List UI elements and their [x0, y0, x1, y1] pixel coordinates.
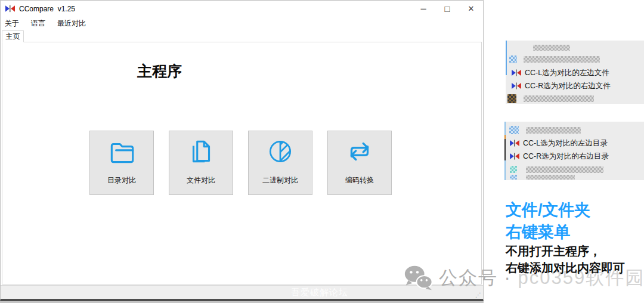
app-window: CCompare v1.25 ─ □ ✕ 关于 语言 最近对比 主页 主程序 目… — [0, 0, 484, 301]
convert-arrows-icon — [345, 137, 374, 168]
note-line2: 右键添加对比内容即可 — [506, 259, 625, 276]
forum-watermark-text: 吾爱破解论坛 — [291, 287, 348, 298]
encoding-convert-button[interactable]: 编码转换 — [327, 131, 392, 195]
headline-line2: 右键菜单 — [506, 221, 591, 243]
blurred-text — [526, 127, 581, 134]
menu-item-cc-left-dir: CC-L选为对比的左边目录 — [504, 137, 644, 149]
blurred-app-icon — [510, 175, 517, 180]
tool-button-label: 编码转换 — [345, 175, 374, 185]
tool-button-label: 二进制对比 — [262, 175, 298, 185]
menu-item-label: CC-R选为对比的右边目录 — [523, 152, 609, 162]
home-tab-panel: 主程序 目录对比 文件对比 — [2, 42, 482, 285]
menu-item-cc-left-file: CC-L选为对比的左边文件 — [506, 67, 644, 79]
page-title: 主程序 — [137, 61, 182, 81]
blurred-app-icon — [507, 94, 516, 103]
directory-compare-button[interactable]: 目录对比 — [89, 131, 154, 195]
window-title: CCompare v1.25 — [19, 5, 75, 13]
blurred-text — [524, 95, 594, 102]
blurred-text — [526, 166, 603, 173]
compare-icon — [512, 69, 521, 76]
menu-item-about[interactable]: 关于 — [4, 17, 20, 30]
blurred-app-icon — [509, 55, 517, 63]
blurred-text — [526, 175, 575, 180]
menu-item-cc-right-dir: CC-R选为对比的右边目录 — [504, 150, 644, 162]
blurred-text — [533, 45, 570, 51]
blurred-menu-item — [504, 163, 644, 175]
compare-icon — [510, 153, 519, 160]
app-logo-compare-icon — [5, 5, 15, 13]
menu-item-label: CC-L选为对比的左边目录 — [523, 138, 608, 149]
folder-icon — [107, 137, 137, 168]
side-note: 不用打开主程序， 右键添加对比内容即可 — [506, 243, 625, 276]
menu-item-cc-right-file: CC-R选为对比的右边文件 — [506, 80, 644, 92]
context-menu-screenshot-files: CC-L选为对比的左边文件 CC-R选为对比的右边文件 — [506, 41, 644, 104]
blurred-app-icon — [510, 166, 517, 173]
blurred-menu-item — [506, 42, 644, 54]
files-icon — [186, 137, 216, 168]
blurred-menu-item — [506, 53, 644, 65]
minimize-icon[interactable]: ─ — [411, 1, 435, 17]
blurred-menu-item — [504, 124, 644, 136]
tool-button-label: 文件对比 — [187, 175, 215, 185]
close-icon[interactable]: ✕ — [459, 1, 483, 17]
resize-grip[interactable]: ⋰ — [475, 292, 481, 298]
headline-line1: 文件/文件夹 — [506, 199, 591, 221]
maximize-icon[interactable]: □ — [435, 1, 459, 17]
tab-home[interactable]: 主页 — [2, 30, 24, 42]
menu-item-language[interactable]: 语言 — [30, 17, 47, 30]
window-controls: ─ □ ✕ — [411, 1, 483, 17]
menu-bar: 关于 语言 最近对比 — [1, 17, 87, 29]
titlebar: CCompare v1.25 ─ □ ✕ — [1, 1, 483, 17]
side-headline: 文件/文件夹 右键菜单 — [506, 199, 591, 243]
blurred-menu-item — [506, 92, 644, 104]
menu-item-label: CC-R选为对比的右边文件 — [525, 81, 611, 91]
context-menu-screenshot-dirs: CC-L选为对比的左边目录 CC-R选为对比的右边目录 — [504, 122, 644, 180]
menu-item-recent-compare[interactable]: 最近对比 — [56, 17, 87, 30]
compare-icon — [512, 82, 521, 89]
menu-item-label: CC-L选为对比的左边文件 — [525, 68, 609, 78]
note-line1: 不用打开主程序， — [506, 243, 625, 259]
wechat-icon — [403, 265, 433, 291]
tool-button-label: 目录对比 — [107, 175, 136, 185]
file-compare-button[interactable]: 文件对比 — [169, 131, 233, 195]
watermark-prefix: 公众号 · — [439, 267, 512, 288]
compare-icon — [510, 140, 519, 147]
blurred-menu-item — [504, 174, 644, 180]
binary-compare-button[interactable]: 二进制对比 — [248, 131, 312, 195]
blurred-app-icon — [509, 126, 519, 134]
binary-circle-icon — [265, 137, 295, 168]
blurred-text — [524, 56, 600, 63]
